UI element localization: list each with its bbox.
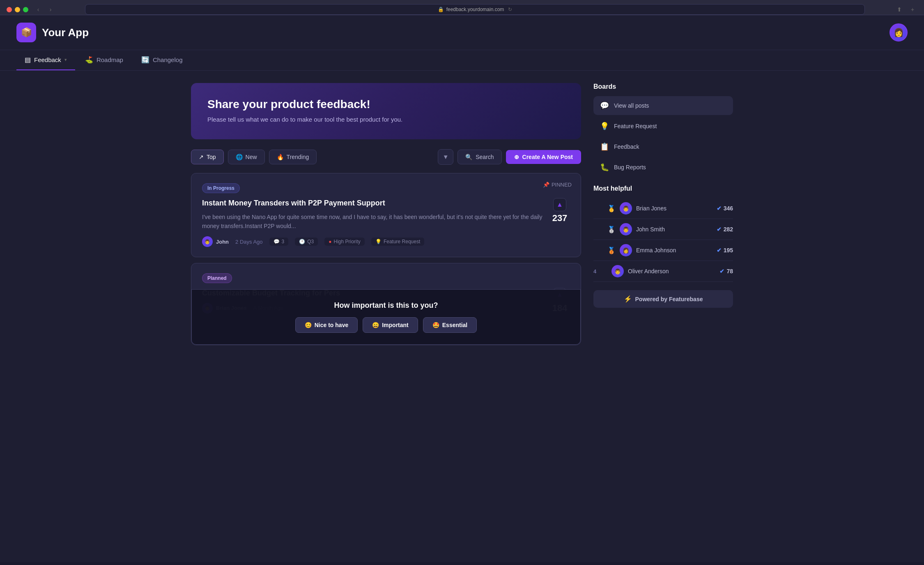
post-meta-1: 👨 John 2 Days Ago 💬 3 🕐 Q3	[202, 236, 543, 247]
helper-avatar-2: 👨	[620, 223, 632, 235]
helper-score-1: ✔ 346	[717, 205, 733, 212]
close-button[interactable]	[7, 7, 12, 12]
hero-title: Share your product feedback!	[207, 98, 565, 111]
nav-roadmap-label: Roadmap	[97, 56, 123, 63]
create-label: Create A New Post	[522, 154, 573, 160]
forward-button[interactable]: ›	[46, 5, 55, 14]
nav-feedback[interactable]: ▤ Feedback ▾	[16, 50, 75, 70]
quarter-tag-1: 🕐 Q3	[295, 238, 318, 246]
address-bar[interactable]: 🔒 feedback.yourdomain.com ↻	[85, 4, 865, 15]
refresh-icon: ↻	[508, 7, 512, 12]
changelog-nav-icon: 🔄	[141, 56, 149, 64]
comments-tag-1: 💬 3	[269, 238, 289, 246]
search-label: Search	[476, 154, 494, 160]
back-button[interactable]: ‹	[33, 5, 43, 14]
fire-icon: 🔥	[277, 154, 284, 160]
clipboard-icon: 📋	[600, 142, 609, 151]
globe-icon: 🌐	[236, 154, 243, 160]
author-name-1: John	[216, 239, 229, 245]
left-panel: Share your product feedback! Please tell…	[191, 83, 581, 351]
pin-icon: 📌	[543, 182, 549, 188]
new-filter-button[interactable]: 🌐 New	[228, 150, 265, 164]
minimize-button[interactable]	[15, 7, 20, 12]
app-header: 📦 Your App 👩	[0, 15, 924, 50]
create-post-button[interactable]: ⊕ Create A New Post	[506, 150, 581, 164]
important-emoji: 😄	[372, 322, 379, 328]
rank-4: 4	[593, 268, 603, 274]
nav-roadmap[interactable]: ⛳ Roadmap	[77, 50, 131, 70]
add-tab-button[interactable]: +	[908, 5, 917, 14]
dot-icon: ●	[329, 239, 331, 244]
upvote-button-1[interactable]: ▲	[553, 198, 566, 211]
plus-circle-icon: ⊕	[514, 154, 519, 160]
nav-changelog[interactable]: 🔄 Changelog	[133, 50, 191, 70]
boards-title: Boards	[593, 83, 733, 90]
chevron-down-icon: ▾	[64, 57, 67, 62]
helper-score-2: ✔ 282	[717, 226, 733, 233]
status-badge-2: Planned	[202, 273, 232, 283]
powered-by-button[interactable]: ⚡ Powered by Featurebase	[593, 290, 733, 308]
main-content: Share your product feedback! Please tell…	[175, 71, 749, 363]
trending-filter-button[interactable]: 🔥 Trending	[269, 150, 317, 164]
essential-emoji: 🤩	[432, 322, 439, 328]
helper-avatar-4: 👨	[611, 265, 624, 277]
author-avatar-1: 👨	[202, 236, 213, 247]
score-value-4: 78	[726, 268, 733, 274]
funnel-icon: ▼	[443, 153, 449, 160]
board-feature-label: Feature Request	[614, 123, 657, 129]
comments-count-1: 3	[282, 239, 285, 244]
maximize-button[interactable]	[23, 7, 28, 12]
helper-avatar-1: 👨	[620, 202, 632, 214]
trending-up-icon: ↗	[199, 154, 204, 160]
check-icon-4: ✔	[719, 268, 724, 274]
share-button[interactable]: ⬆	[894, 5, 904, 14]
top-filter-button[interactable]: ↗ Top	[191, 150, 224, 164]
pinned-label: PINNED	[552, 182, 572, 188]
new-label: New	[246, 154, 257, 160]
important-label: Important	[382, 322, 409, 328]
bug-icon: 🐛	[600, 163, 609, 172]
check-icon-1: ✔	[717, 205, 722, 212]
chat-bubble-icon: 💬	[600, 101, 609, 110]
medal-3: 🥉	[607, 247, 616, 254]
helper-name-4: Oliver Anderson	[628, 268, 715, 274]
post-author-1: 👨 John	[202, 236, 229, 247]
logo-icon: 📦	[16, 23, 36, 42]
medal-2: 🥈	[607, 226, 616, 233]
user-avatar[interactable]: 👩	[890, 23, 908, 42]
importance-popup-title: How important is this to you?	[202, 301, 570, 310]
essential-label: Essential	[442, 322, 467, 328]
filter-icon-button[interactable]: ▼	[438, 149, 453, 165]
helpful-item-3: 🥉 👩 Emma Johnson ✔ 195	[593, 240, 733, 261]
board-view-all[interactable]: 💬 View all posts	[593, 96, 733, 115]
powered-by-label: Powered by Featurebase	[635, 296, 703, 302]
status-badge-1: In Progress	[202, 183, 240, 193]
tag-label-1: Feature Request	[384, 239, 420, 244]
nice-label: Nice to have	[315, 322, 348, 328]
vote-column-1: ▲ 237	[549, 198, 570, 224]
post-title-1[interactable]: Instant Money Transders with P2P Payment…	[202, 198, 543, 208]
nice-to-have-button[interactable]: 😊 Nice to have	[295, 317, 358, 333]
priority-label-1: High Priority	[334, 239, 361, 244]
medal-1: 🥇	[607, 205, 616, 212]
pinned-badge: 📌 PINNED	[543, 182, 572, 188]
essential-button[interactable]: 🤩 Essential	[423, 317, 477, 333]
board-feedback[interactable]: 📋 Feedback	[593, 137, 733, 156]
helpful-item-4: 4 👨 Oliver Anderson ✔ 78	[593, 261, 733, 282]
board-feature-request[interactable]: 💡 Feature Request	[593, 117, 733, 136]
board-bug-reports[interactable]: 🐛 Bug Reports	[593, 158, 733, 177]
search-button[interactable]: 🔍 Search	[457, 150, 501, 164]
nice-emoji: 😊	[305, 322, 312, 328]
helpful-item-1: 🥇 👨 Brian Jones ✔ 346	[593, 198, 733, 219]
importance-popup: How important is this to you? 😊 Nice to …	[191, 289, 581, 345]
lightbulb-board-icon: 💡	[600, 122, 609, 131]
feature-tag-1: 💡 Feature Request	[371, 238, 424, 246]
helper-avatar-3: 👩	[620, 244, 632, 256]
lightbulb-icon: 💡	[375, 239, 382, 244]
score-value-3: 195	[724, 247, 733, 254]
post-time-1: 2 Days Ago	[235, 239, 263, 245]
important-button[interactable]: 😄 Important	[363, 317, 418, 333]
trending-label: Trending	[287, 154, 309, 160]
roadmap-nav-icon: ⛳	[85, 56, 93, 64]
security-icon: 🔒	[438, 7, 444, 12]
